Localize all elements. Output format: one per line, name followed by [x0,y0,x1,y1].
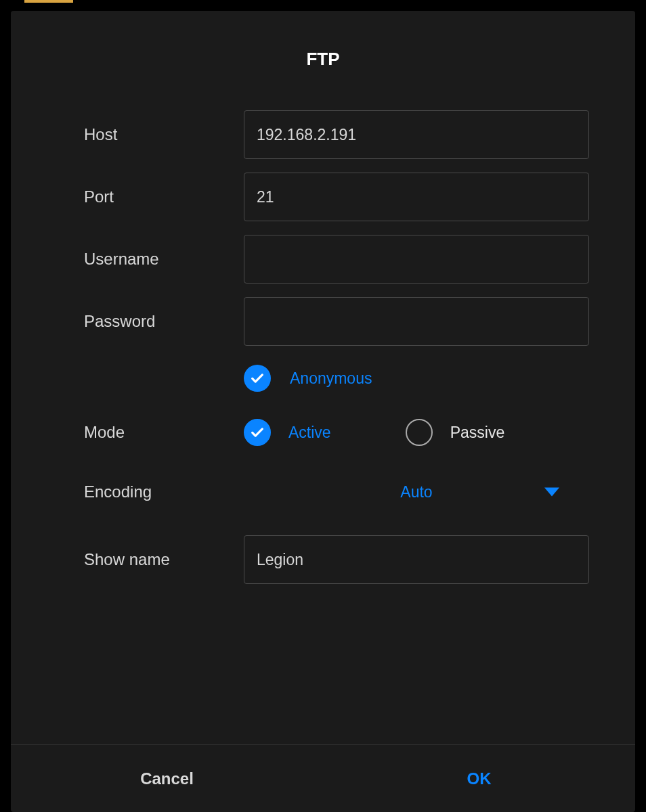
radio-checked-icon [244,419,271,446]
port-label: Port [84,187,244,206]
mode-radio-passive[interactable]: Passive [406,419,505,446]
host-label: Host [84,125,244,144]
username-input[interactable] [244,235,589,284]
mode-label: Mode [84,423,244,442]
encoding-label: Encoding [84,482,244,501]
dialog-footer: Cancel OK [11,744,635,812]
port-input[interactable] [244,173,589,221]
anonymous-label: Anonymous [290,369,372,388]
password-input[interactable] [244,297,589,346]
mode-radio-group: Active Passive [244,419,589,446]
showname-label: Show name [84,550,244,569]
row-anonymous: Anonymous [84,365,589,392]
ok-button[interactable]: OK [323,745,635,812]
row-port: Port [84,173,589,221]
cancel-button[interactable]: Cancel [11,745,323,812]
mode-radio-active[interactable]: Active [244,419,331,446]
dialog-title: FTP [11,11,635,110]
check-icon [250,371,265,386]
password-label: Password [84,312,244,331]
mode-active-label: Active [288,424,331,442]
row-password: Password [84,297,589,346]
row-username: Username [84,235,589,284]
top-accent-bar [0,0,646,3]
showname-input[interactable] [244,535,589,584]
check-icon [250,425,265,440]
mode-passive-label: Passive [450,424,505,442]
dialog-form: Host Port Username Password Anonymous Mo… [11,110,635,744]
radio-unchecked-icon [406,419,433,446]
host-input[interactable] [244,110,589,159]
row-showname: Show name [84,535,589,584]
top-accent-strip [24,0,73,3]
chevron-down-icon [544,487,559,497]
row-host: Host [84,110,589,159]
encoding-value: Auto [400,483,432,501]
encoding-select[interactable]: Auto [244,476,589,508]
username-label: Username [84,250,244,269]
anonymous-checkbox[interactable] [244,365,271,392]
ftp-dialog: FTP Host Port Username Password Anonymou… [11,11,635,812]
row-mode: Mode Active Passive [84,419,589,446]
row-encoding: Encoding Auto [84,476,589,508]
